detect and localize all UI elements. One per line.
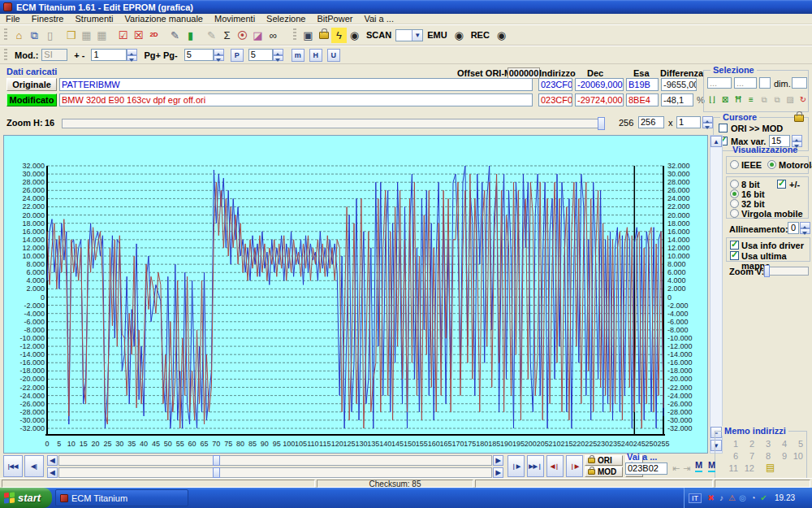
scroll2-track[interactable] [58, 467, 492, 478]
graph-icon[interactable]: ◪ [250, 28, 266, 43]
page-mode-button[interactable]: P [231, 49, 244, 62]
ieee-radio[interactable] [730, 160, 739, 169]
modificato-esa[interactable]: 8BE4 [626, 93, 659, 106]
bit8-radio[interactable] [730, 180, 739, 189]
find-icon[interactable]: ∞ [266, 28, 281, 43]
allineamento-field[interactable]: 0 [788, 222, 799, 234]
virgola-radio[interactable] [730, 209, 739, 218]
memo-slot-6[interactable]: 6 [722, 450, 738, 462]
copy-icon[interactable]: ⧉ [27, 28, 42, 43]
memo-slot-10[interactable]: 10 [787, 450, 803, 462]
go-last-button[interactable]: ▶▶❘ [527, 455, 544, 477]
zoomh-slider-track[interactable] [62, 119, 603, 128]
selection-all-icon[interactable]: ≡ [745, 93, 757, 106]
safely-remove-icon[interactable]: ✔ [758, 493, 769, 502]
selection-width-icon[interactable]: Ħ [732, 93, 744, 106]
memo-slot-4[interactable]: 4 [771, 438, 787, 450]
pg-spinner[interactable] [214, 49, 224, 61]
mult-field[interactable]: 1 [676, 116, 701, 128]
driver-icon[interactable]: ▮ [183, 28, 198, 43]
rec-record-icon[interactable]: ◉ [494, 28, 509, 43]
memo-goto-icon[interactable]: ▤ [766, 462, 775, 473]
mult-spinner[interactable] [702, 116, 713, 128]
step-forward-red-button[interactable]: ❘▶ [566, 455, 583, 477]
memo-slot-5[interactable]: 5 [787, 438, 803, 450]
zoomh-slider-handle[interactable] [598, 117, 605, 130]
selezione-to-field[interactable]: ... [734, 77, 757, 89]
menu-bitpower[interactable]: BitPower [311, 14, 358, 24]
scroll1-thumb[interactable] [213, 455, 220, 466]
sum-sigma-icon[interactable]: Σ [219, 28, 235, 43]
signed-checkbox[interactable] [777, 180, 786, 189]
usa-mappa-checkbox[interactable] [730, 251, 739, 260]
menu-finestre[interactable]: Finestre [26, 14, 70, 24]
marker-left-button[interactable]: M [695, 460, 702, 472]
start-button[interactable]: start [0, 488, 52, 508]
compare-traffic-icon[interactable]: ⦿ [235, 28, 250, 43]
emu-record-icon[interactable]: ◉ [451, 28, 467, 43]
scheduler-icon[interactable]: ◔ [748, 493, 758, 502]
home-icon[interactable]: ⌂ [11, 28, 27, 43]
vertical-scrollbar[interactable]: ▲ ≡ ▼ [710, 135, 723, 454]
open-file-icon[interactable]: ❒ [63, 28, 79, 43]
step-spinner[interactable] [127, 49, 137, 61]
originale-label[interactable]: Originale [6, 78, 57, 91]
filter-monitor-icon[interactable]: ▣ [300, 28, 316, 43]
selection-start-icon[interactable]: ⌊⌋ [706, 93, 718, 106]
modificato-name-field[interactable]: BMW 320d E90 163cv dpf egr off.ori [59, 93, 533, 106]
selection-invert-icon[interactable]: ⊠ [719, 93, 731, 106]
originale-name-field[interactable]: PATTERIBMW [59, 78, 533, 91]
go-prev-button[interactable]: ◀| [24, 455, 44, 477]
scroll-up-button[interactable]: ▲ [710, 136, 722, 147]
record-icon[interactable]: ◉ [347, 28, 362, 43]
originale-esa[interactable]: B19B [626, 78, 659, 91]
modificato-dec[interactable]: -29724,0000 [575, 93, 624, 106]
zoomv-slider-handle[interactable] [764, 265, 770, 277]
undo-selection-icon[interactable]: ↻ [797, 93, 809, 106]
ori-button[interactable]: ORI [585, 455, 623, 466]
view-2d-icon[interactable]: 2D [146, 28, 162, 43]
checksum-verify-icon[interactable]: ☑ [115, 28, 131, 43]
modificato-indirizzo[interactable]: 023CF0 [538, 93, 572, 106]
scroll1-right-button[interactable]: ▶ [493, 455, 503, 466]
warning-icon[interactable]: ⚠ [727, 493, 737, 502]
scroll2-right-button[interactable]: ▶ [493, 467, 503, 478]
pg2-field[interactable]: 5 [248, 49, 273, 61]
memo-slot-7[interactable]: 7 [738, 450, 754, 462]
eprom-graph-svg[interactable]: -32.000-32.000-30.000-30.000-28.000-28.0… [4, 136, 707, 453]
memo-slot-1[interactable]: 1 [722, 438, 738, 450]
originale-dec[interactable]: -20069,0000 [575, 78, 624, 91]
menu-movimenti[interactable]: Movimenti [209, 14, 261, 24]
scroll1-track[interactable] [58, 455, 492, 466]
title-bar[interactable]: ECM Titanium 1.61 - Edit EPROM (grafica) [0, 0, 812, 14]
graph-area[interactable]: -32.000-32.000-30.000-30.000-28.000-28.0… [3, 135, 708, 454]
language-indicator[interactable]: IT [689, 493, 702, 503]
step-back-red-button[interactable]: ◀❘ [546, 455, 564, 477]
pg-field[interactable]: 5 [184, 49, 214, 61]
mod-H-button[interactable]: H [309, 49, 322, 62]
menu-variazione-manuale[interactable]: Variazione manuale [119, 14, 209, 24]
network-icon[interactable]: ◎ [737, 493, 748, 502]
volume-icon[interactable]: ♪ [716, 493, 727, 502]
memo-slot-2[interactable]: 2 [738, 438, 754, 450]
zoomv-slider-track[interactable] [763, 267, 809, 276]
menu-file[interactable]: File [0, 14, 26, 24]
vai-a-field[interactable]: 023B02 [625, 462, 667, 475]
dim-field[interactable] [792, 77, 807, 89]
allineamento-spinner[interactable] [800, 222, 810, 234]
step-field[interactable]: 1 [91, 49, 127, 61]
memo-slot-3[interactable]: 3 [754, 438, 771, 450]
motorola-radio[interactable] [767, 160, 776, 169]
usa-info-checkbox[interactable] [730, 241, 739, 250]
notes-icon[interactable]: ✎ [167, 28, 183, 43]
selezione-from-field[interactable]: ... [707, 77, 732, 89]
alert-icon[interactable]: ✖ [706, 493, 716, 502]
menu-strumenti[interactable]: Strumenti [69, 14, 119, 24]
scroll2-thumb[interactable] [213, 467, 220, 478]
width-field[interactable]: 256 [638, 116, 664, 128]
go-first-button[interactable]: |◀◀ [3, 455, 23, 477]
originale-indirizzo[interactable]: 023CF0 [538, 78, 572, 91]
memo-slot-9[interactable]: 9 [771, 450, 787, 462]
scan-select[interactable]: ▼ [395, 29, 423, 41]
dropdown-arrow-icon[interactable]: ▼ [412, 29, 423, 41]
